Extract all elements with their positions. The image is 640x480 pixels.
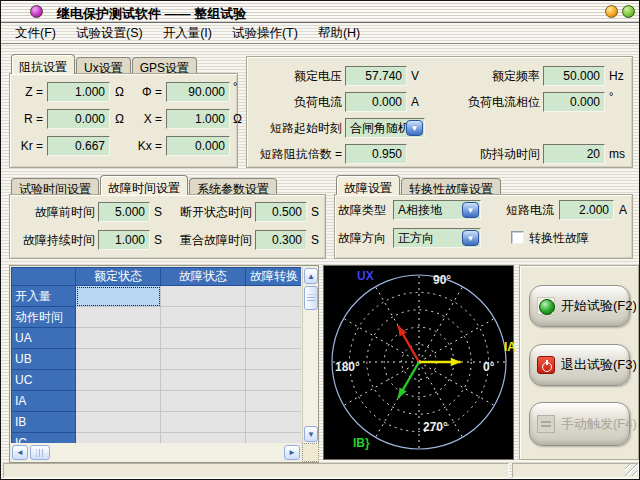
rated-voltage-input[interactable] — [345, 66, 407, 86]
table-cell[interactable] — [161, 433, 246, 444]
table-cell[interactable] — [246, 307, 302, 328]
tab-test-time[interactable]: 试验时间设置 — [11, 178, 99, 195]
exit-test-button[interactable]: 退出试验(F3) — [529, 344, 630, 386]
table-row-header[interactable]: IC — [12, 433, 76, 444]
tab-gps-settings[interactable]: GPS设置 — [132, 57, 197, 74]
prefault-time-label: 故障前时间 — [12, 202, 95, 222]
manual-trigger-button[interactable]: 手动触发(F4) — [529, 402, 630, 446]
table-cell[interactable] — [76, 286, 161, 307]
fault-type-select[interactable]: A相接地 ▼ — [393, 200, 481, 220]
scroll-up-icon[interactable]: ▲ — [304, 268, 318, 284]
fault-direction-value: 正方向 — [394, 230, 462, 247]
fault-direction-select[interactable]: 正方向 ▼ — [393, 228, 481, 248]
tab-convert-fault-settings[interactable]: 转换性故障设置 — [401, 178, 501, 195]
table-cell[interactable] — [76, 412, 161, 433]
table-cell[interactable] — [246, 349, 302, 370]
table-cell[interactable] — [161, 391, 246, 412]
table-cell[interactable] — [161, 307, 246, 328]
tab-system-params[interactable]: 系统参数设置 — [189, 178, 277, 195]
timing-tabstrip: 试验时间设置 故障时间设置 系统参数设置 — [11, 175, 278, 195]
app-icon[interactable] — [30, 5, 43, 18]
kr-input[interactable] — [47, 136, 110, 156]
hscroll-thumb[interactable] — [30, 445, 50, 460]
close-button[interactable] — [622, 5, 635, 18]
table-col-header[interactable]: 故障转换 — [246, 268, 302, 286]
title-bar[interactable]: 继电保护测试软件 —— 整组试验 — [1, 1, 639, 23]
menu-test-settings[interactable]: 试验设置(S) — [66, 23, 153, 44]
table-cell[interactable] — [76, 349, 161, 370]
status-message-area — [3, 463, 509, 478]
convert-fault-label: 转换性故障 — [529, 228, 589, 248]
table-row-header[interactable]: IA — [12, 391, 76, 412]
table-cell[interactable] — [161, 286, 246, 307]
load-phase-input[interactable] — [543, 92, 605, 112]
tab-fault-settings[interactable]: 故障设置 — [336, 175, 400, 195]
table-col-header[interactable]: 故障状态 — [161, 268, 246, 286]
rated-freq-input[interactable] — [543, 66, 605, 86]
menu-binary-input[interactable]: 开入量(I) — [153, 23, 222, 44]
tab-fault-time[interactable]: 故障时间设置 — [100, 175, 188, 195]
table-cell[interactable] — [246, 286, 302, 307]
table-cell[interactable] — [161, 370, 246, 391]
impedance-mult-input[interactable] — [345, 144, 407, 164]
x-input[interactable] — [166, 109, 230, 129]
scroll-left-icon[interactable]: ◄ — [12, 445, 28, 460]
impedance-tabstrip: 阻抗设置 Ux设置 GPS设置 — [11, 54, 198, 74]
start-test-button[interactable]: 开始试验(F2) — [529, 285, 630, 327]
table-cell[interactable] — [246, 412, 302, 433]
z-input[interactable] — [47, 82, 110, 102]
table-cell[interactable] — [76, 307, 161, 328]
table-row-header[interactable]: UC — [12, 370, 76, 391]
short-current-input[interactable] — [559, 200, 614, 220]
menu-file[interactable]: 文件(F) — [5, 23, 66, 44]
fault-duration-input[interactable] — [98, 230, 150, 250]
table-cell[interactable] — [161, 349, 246, 370]
table-cell[interactable] — [76, 433, 161, 444]
reclose-fault-time-input[interactable] — [255, 230, 307, 250]
table-row-header[interactable]: 动作时间 — [12, 307, 76, 328]
short-start-value: 合闸角随机 — [346, 120, 406, 137]
system-panel: 额定电压 V 额定频率 Hz 负荷电流 A 负荷电流相位 ° 短路起始时刻 合闸… — [246, 56, 633, 168]
table-col-header[interactable]: 额定状态 — [76, 268, 161, 286]
r-input[interactable] — [47, 109, 110, 129]
chevron-down-icon[interactable]: ▼ — [462, 202, 479, 218]
table-cell[interactable] — [246, 328, 302, 349]
vscroll-thumb[interactable] — [304, 286, 318, 310]
tab-impedance-settings[interactable]: 阻抗设置 — [11, 54, 75, 74]
chevron-down-icon[interactable]: ▼ — [406, 120, 423, 136]
load-current-unit: A — [411, 92, 419, 112]
scroll-down-icon[interactable]: ▼ — [304, 426, 318, 442]
table-cell[interactable] — [161, 412, 246, 433]
load-current-input[interactable] — [345, 92, 407, 112]
table-cell[interactable] — [76, 328, 161, 349]
fault-direction-label: 故障方向 — [338, 228, 390, 248]
table-cell[interactable] — [76, 370, 161, 391]
table-cell[interactable] — [246, 391, 302, 412]
menu-test-operation[interactable]: 试验操作(T) — [222, 23, 308, 44]
table-cell[interactable] — [76, 391, 161, 412]
table-row-header[interactable]: UA — [12, 328, 76, 349]
table-cell[interactable] — [246, 370, 302, 391]
open-state-time-input[interactable] — [255, 202, 307, 222]
minimize-button[interactable] — [605, 5, 618, 18]
menu-help[interactable]: 帮助(H) — [308, 23, 370, 44]
menu-bar: 文件(F) 试验设置(S) 开入量(I) 试验操作(T) 帮助(H) — [1, 23, 639, 44]
table-hscrollbar[interactable]: ◄ ► — [11, 443, 301, 462]
chevron-down-icon[interactable]: ▼ — [462, 230, 479, 246]
short-start-select[interactable]: 合闸角随机 ▼ — [345, 118, 425, 138]
load-current-label: 负荷电流 — [247, 92, 342, 112]
prefault-time-input[interactable] — [98, 202, 150, 222]
convert-fault-checkbox[interactable] — [511, 231, 524, 244]
table-vscrollbar[interactable]: ▲ ▼ — [302, 267, 318, 443]
tab-ux-settings[interactable]: Ux设置 — [76, 57, 131, 74]
table-row-header[interactable]: UB — [12, 349, 76, 370]
table-cell[interactable] — [161, 328, 246, 349]
table-cell[interactable] — [246, 433, 302, 444]
kx-input[interactable] — [166, 136, 230, 156]
phi-input[interactable] — [166, 82, 230, 102]
debounce-input[interactable] — [543, 144, 605, 164]
resize-grip[interactable] — [625, 464, 637, 476]
table-row-header[interactable]: IB — [12, 412, 76, 433]
scroll-right-icon[interactable]: ► — [284, 445, 300, 460]
table-row-header[interactable]: 开入量 — [12, 286, 76, 307]
